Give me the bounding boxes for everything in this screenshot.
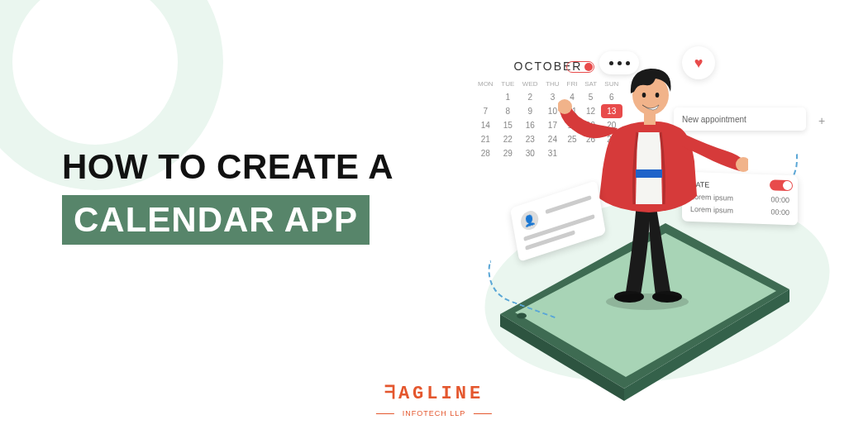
text-placeholder-line (546, 195, 592, 214)
heading-line-2: CALENDAR APP (62, 195, 370, 245)
svg-point-14 (606, 293, 689, 310)
calendar-day-cell: 28 (474, 146, 498, 160)
avatar-icon: 👤 (519, 208, 540, 232)
logo-text: ᖷAGLINE (384, 383, 484, 404)
plus-icon[interactable]: + (818, 114, 825, 127)
calendar-day-cell (474, 90, 498, 104)
calendar-day-cell: 30 (518, 146, 542, 160)
svg-point-13 (656, 93, 660, 98)
heading-line-1: HOW TO CREATE A (62, 147, 393, 187)
detail-toggle[interactable] (770, 179, 793, 191)
calendar-day-cell: 14 (474, 118, 498, 132)
calendar-day-cell: 9 (518, 104, 542, 118)
calendar-day-cell: 8 (498, 104, 518, 118)
logo-subtext: INFOTECH LLP (394, 409, 475, 417)
calendar-day-cell: 15 (498, 118, 518, 132)
svg-point-4 (517, 313, 527, 319)
detail-row1-time: 00:00 (770, 195, 789, 204)
svg-point-12 (642, 93, 646, 98)
calendar-day-cell: 1 (498, 90, 518, 104)
calendar-day-cell: 29 (498, 146, 518, 160)
detail-row2-time: 00:00 (770, 207, 789, 217)
calendar-day-cell: 22 (498, 132, 518, 146)
calendar-day-header: MON (474, 78, 498, 90)
calendar-day-header: WED (518, 78, 542, 90)
brand-logo: ᖷAGLINE INFOTECH LLP (384, 383, 484, 419)
calendar-day-cell: 21 (474, 132, 498, 146)
calendar-day-cell: 2 (518, 90, 542, 104)
calendar-day-cell: 23 (518, 132, 542, 146)
main-heading: HOW TO CREATE A CALENDAR APP (62, 147, 393, 245)
svg-rect-7 (636, 169, 662, 178)
person-illustration (558, 54, 748, 310)
calendar-day-cell: 7 (474, 104, 498, 118)
calendar-day-cell: 16 (518, 118, 542, 132)
illustration-scene: OCTOBER MONTUEWEDTHUFRISATSUN 1234567891… (459, 25, 847, 413)
calendar-day-header: TUE (498, 78, 518, 90)
